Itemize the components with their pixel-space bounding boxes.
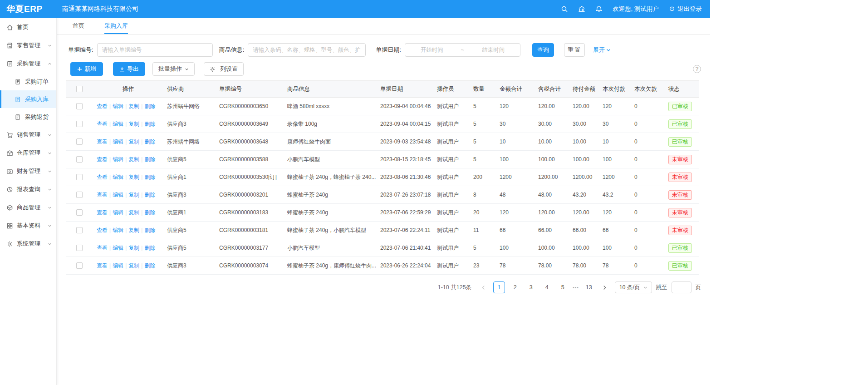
row-checkbox[interactable] — [76, 192, 83, 198]
delete-link[interactable]: 删除 — [144, 192, 155, 198]
tab-purchase-inbound[interactable]: 采购入库 — [104, 18, 128, 34]
copy-link[interactable]: 复制 — [128, 174, 139, 180]
edit-link[interactable]: 编辑 — [113, 262, 123, 269]
page-size-select[interactable]: 10 条/页 — [615, 281, 652, 293]
sidebar-item-warehouse[interactable]: 仓库管理 — [0, 144, 56, 162]
row-checkbox[interactable] — [76, 245, 83, 251]
sidebar-item-retail[interactable]: 零售管理 — [0, 36, 56, 54]
edit-link[interactable]: 编辑 — [113, 209, 123, 216]
batch-operations-button[interactable]: 批量操作 — [152, 62, 195, 76]
column-settings-button[interactable]: 列设置 — [204, 62, 244, 76]
copy-link[interactable]: 复制 — [128, 245, 139, 251]
copy-link[interactable]: 复制 — [128, 209, 139, 216]
delete-link[interactable]: 删除 — [144, 227, 155, 233]
row-checkbox[interactable] — [76, 138, 83, 145]
page-button-2[interactable]: 2 — [509, 281, 521, 293]
delete-link[interactable]: 删除 — [144, 103, 155, 109]
view-link[interactable]: 查看 — [97, 262, 108, 269]
search-button[interactable]: 查询 — [532, 43, 554, 57]
page-button-3[interactable]: 3 — [525, 281, 537, 293]
page-button-5[interactable]: 5 — [557, 281, 569, 293]
page-button-1[interactable]: 1 — [493, 281, 505, 293]
jump-page-input[interactable] — [672, 281, 691, 293]
view-link[interactable]: 查看 — [97, 209, 108, 216]
sidebar-item-purchase[interactable]: 采购管理 — [0, 54, 56, 73]
view-link[interactable]: 查看 — [97, 121, 108, 127]
expand-filters-link[interactable]: 展开 — [593, 46, 611, 54]
sidebar-item-basedata[interactable]: 基本资料 — [0, 217, 56, 235]
view-link[interactable]: 查看 — [97, 192, 108, 198]
delete-link[interactable]: 删除 — [144, 209, 155, 216]
copy-link[interactable]: 复制 — [128, 138, 139, 145]
row-checkbox[interactable] — [76, 262, 83, 269]
view-link[interactable]: 查看 — [97, 174, 108, 180]
chevron-down-icon — [48, 44, 52, 48]
bell-icon[interactable] — [595, 5, 603, 13]
date-range-picker[interactable]: 开始时间 ~ 结束时间 — [405, 43, 520, 57]
sidebar-item-goods[interactable]: 商品管理 — [0, 198, 56, 217]
end-date-placeholder[interactable]: 结束时间 — [466, 46, 520, 54]
delete-link[interactable]: 删除 — [144, 121, 155, 127]
delete-link[interactable]: 删除 — [144, 156, 155, 163]
export-button[interactable]: 导出 — [113, 62, 145, 76]
sidebar-item-system[interactable]: 系统管理 — [0, 235, 56, 253]
edit-link[interactable]: 编辑 — [113, 174, 123, 180]
search-icon[interactable] — [561, 5, 568, 13]
product-cell: 蜂蜜柚子茶 240g，小鹏汽车模型 — [284, 222, 377, 239]
doc-no-cell: CGRK00000003181 — [216, 222, 284, 239]
row-checkbox[interactable] — [76, 121, 83, 127]
add-button[interactable]: 新增 — [70, 62, 103, 76]
status-cell: 未审核 — [665, 151, 699, 168]
view-link[interactable]: 查看 — [97, 227, 108, 233]
pagination-ellipsis[interactable]: ••• — [573, 285, 579, 290]
start-date-placeholder[interactable]: 开始时间 — [405, 46, 459, 54]
sidebar-item-purchase-order[interactable]: 采购订单 — [0, 73, 56, 90]
sidebar-item-home[interactable]: 首页 — [0, 18, 56, 36]
select-all-checkbox[interactable] — [76, 86, 83, 92]
page-button-4[interactable]: 4 — [541, 281, 553, 293]
copy-link[interactable]: 复制 — [128, 192, 139, 198]
row-checkbox[interactable] — [76, 209, 83, 216]
row-checkbox[interactable] — [76, 174, 83, 180]
edit-link[interactable]: 编辑 — [113, 156, 123, 163]
copy-link[interactable]: 复制 — [128, 121, 139, 127]
delete-link[interactable]: 删除 — [144, 245, 155, 251]
bank-icon[interactable] — [578, 5, 585, 13]
delete-link[interactable]: 删除 — [144, 262, 155, 269]
delete-link[interactable]: 删除 — [144, 174, 155, 180]
sidebar-item-finance[interactable]: 财务管理 — [0, 162, 56, 180]
product-info-input[interactable] — [248, 43, 366, 57]
sidebar-item-purchase-return[interactable]: 采购退货 — [0, 108, 56, 126]
view-link[interactable]: 查看 — [97, 156, 108, 163]
tab-home[interactable]: 首页 — [73, 18, 84, 34]
row-checkbox[interactable] — [76, 156, 83, 163]
view-link[interactable]: 查看 — [97, 245, 108, 251]
row-checkbox[interactable] — [76, 227, 83, 233]
copy-link[interactable]: 复制 — [128, 156, 139, 163]
edit-link[interactable]: 编辑 — [113, 121, 123, 127]
view-link[interactable]: 查看 — [97, 103, 108, 109]
edit-link[interactable]: 编辑 — [113, 227, 123, 233]
sidebar-item-purchase-inbound[interactable]: 采购入库 — [0, 90, 56, 108]
page-button-13[interactable]: 13 — [583, 281, 595, 293]
edit-link[interactable]: 编辑 — [113, 138, 123, 145]
row-checkbox[interactable] — [76, 103, 83, 109]
delete-link[interactable]: 删除 — [144, 138, 155, 145]
edit-link[interactable]: 编辑 — [113, 245, 123, 251]
product-info-label: 商品信息: — [219, 46, 245, 54]
next-page-button[interactable] — [599, 281, 611, 293]
logout-button[interactable]: 退出登录 — [669, 5, 702, 13]
copy-link[interactable]: 复制 — [128, 103, 139, 109]
doc-no-input[interactable] — [97, 43, 213, 57]
reset-button[interactable]: 重置 — [564, 43, 585, 57]
prev-page-button[interactable] — [477, 281, 489, 293]
tax-total-cell: 120.00 — [535, 204, 569, 222]
copy-link[interactable]: 复制 — [128, 227, 139, 233]
help-icon[interactable]: ? — [693, 65, 701, 73]
copy-link[interactable]: 复制 — [128, 262, 139, 269]
view-link[interactable]: 查看 — [97, 138, 108, 145]
edit-link[interactable]: 编辑 — [113, 192, 123, 198]
sidebar-item-sales[interactable]: 销售管理 — [0, 126, 56, 144]
edit-link[interactable]: 编辑 — [113, 103, 123, 109]
sidebar-item-reports[interactable]: 报表查询 — [0, 180, 56, 198]
